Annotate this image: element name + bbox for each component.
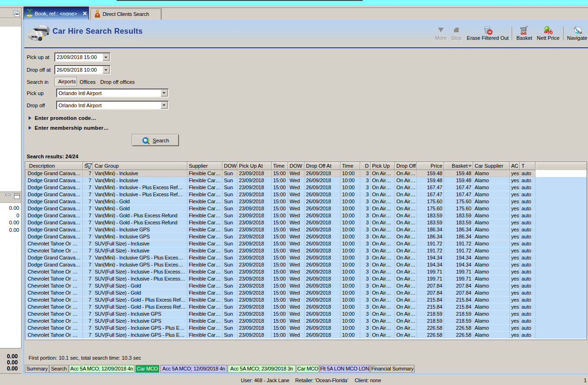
- svg-text:%: %: [547, 28, 553, 35]
